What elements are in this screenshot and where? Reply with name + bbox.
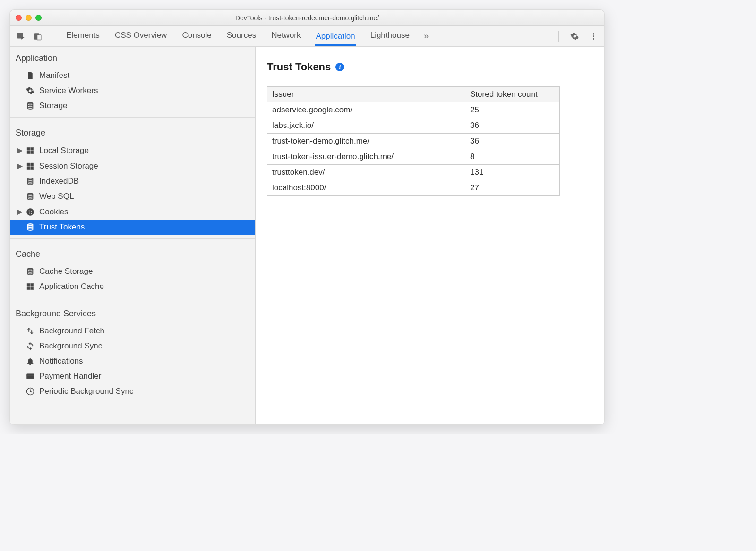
cell-count: 36 — [465, 118, 560, 134]
db-icon — [26, 177, 34, 186]
cell-count: 131 — [465, 165, 560, 180]
db-icon — [26, 223, 34, 231]
sidebar-item-label: Application Cache — [39, 282, 104, 291]
db-icon — [26, 192, 34, 201]
table-row[interactable]: trust-token-demo.glitch.me/36 — [267, 134, 560, 149]
cell-issuer: adservice.google.com/ — [267, 102, 465, 118]
sidebar-item-session-storage[interactable]: ▶Session Storage — [10, 158, 255, 174]
cell-count: 36 — [465, 134, 560, 149]
expand-arrow-icon[interactable]: ▶ — [17, 145, 22, 155]
cell-issuer: localhost:8000/ — [267, 180, 465, 196]
sidebar-item-payment-handler[interactable]: Payment Handler — [10, 369, 255, 384]
sidebar-item-service-workers[interactable]: Service Workers — [10, 83, 255, 98]
expand-arrow-icon[interactable]: ▶ — [17, 161, 22, 171]
sidebar-item-indexeddb[interactable]: IndexedDB — [10, 174, 255, 189]
panel-title: Trust Tokens — [267, 61, 331, 73]
cell-issuer: trust-token-demo.glitch.me/ — [267, 134, 465, 149]
settings-icon[interactable] — [568, 30, 581, 42]
tab-elements[interactable]: Elements — [65, 26, 101, 46]
main-panel: Trust Tokens i Issuer Stored token count… — [256, 47, 604, 424]
sidebar-item-label: Background Sync — [39, 341, 102, 351]
sidebar-section-header: Storage — [10, 121, 255, 143]
sidebar-item-trust-tokens[interactable]: Trust Tokens — [10, 220, 255, 235]
sidebar-item-notifications[interactable]: Notifications — [10, 354, 255, 369]
sidebar-item-label: Periodic Background Sync — [39, 387, 133, 396]
db-icon — [26, 267, 34, 276]
expand-arrow-icon[interactable]: ▶ — [17, 207, 22, 217]
table-row[interactable]: adservice.google.com/25 — [267, 102, 560, 118]
cell-issuer: labs.jxck.io/ — [267, 118, 465, 134]
toolbar-divider — [52, 31, 52, 42]
column-header-issuer[interactable]: Issuer — [267, 87, 465, 102]
svg-point-4 — [593, 35, 594, 37]
device-toggle-icon[interactable] — [32, 30, 44, 42]
sidebar-section-header: Background Services — [10, 302, 255, 323]
window-title: DevTools - trust-token-redeemer-demo.gli… — [10, 14, 604, 22]
file-icon — [26, 71, 34, 80]
sidebar-item-label: Storage — [39, 101, 68, 110]
gear-icon — [26, 86, 34, 95]
tab-css-overview[interactable]: CSS Overview — [114, 26, 168, 46]
sidebar-item-cache-storage[interactable]: Cache Storage — [10, 264, 255, 279]
sidebar-item-label: Session Storage — [39, 161, 98, 171]
sidebar-item-local-storage[interactable]: ▶Local Storage — [10, 143, 255, 158]
tab-application[interactable]: Application — [315, 27, 356, 46]
more-options-icon[interactable] — [587, 30, 600, 42]
sidebar-item-label: Notifications — [39, 356, 83, 366]
sidebar-item-label: Cookies — [39, 207, 68, 217]
sidebar-item-label: Background Fetch — [39, 326, 104, 336]
panel-heading: Trust Tokens i — [267, 61, 593, 73]
db-icon — [26, 102, 34, 110]
clock-icon — [26, 387, 34, 396]
devtools-window: DevTools - trust-token-redeemer-demo.gli… — [9, 9, 605, 425]
cell-issuer: trust-token-issuer-demo.glitch.me/ — [267, 149, 465, 165]
cell-issuer: trusttoken.dev/ — [267, 165, 465, 180]
sidebar-item-label: Trust Tokens — [39, 222, 85, 232]
svg-point-5 — [593, 38, 594, 39]
sidebar-item-web-sql[interactable]: Web SQL — [10, 189, 255, 204]
tab-lighthouse[interactable]: Lighthouse — [369, 26, 411, 46]
table-row[interactable]: trusttoken.dev/131 — [267, 165, 560, 180]
updown-icon — [26, 327, 34, 335]
titlebar: DevTools - trust-token-redeemer-demo.gli… — [10, 10, 604, 26]
sidebar-section-header: Cache — [10, 243, 255, 264]
sidebar-item-label: Service Workers — [39, 86, 98, 95]
svg-rect-2 — [37, 35, 41, 40]
bell-icon — [26, 357, 34, 365]
cell-count: 25 — [465, 102, 560, 118]
sidebar-item-label: Payment Handler — [39, 372, 101, 381]
grid-icon — [26, 282, 34, 291]
sidebar-item-cookies[interactable]: ▶Cookies — [10, 204, 255, 220]
sidebar-item-background-sync[interactable]: Background Sync — [10, 339, 255, 354]
sidebar-item-label: Local Storage — [39, 146, 89, 155]
tab-network[interactable]: Network — [270, 26, 301, 46]
tab-sources[interactable]: Sources — [226, 26, 257, 46]
sidebar-item-label: Manifest — [39, 71, 69, 80]
table-row[interactable]: localhost:8000/27 — [267, 180, 560, 196]
grid-icon — [26, 146, 34, 155]
more-tabs-icon[interactable]: » — [424, 31, 429, 41]
svg-point-3 — [593, 33, 594, 34]
sidebar-item-label: IndexedDB — [39, 177, 79, 186]
tab-console[interactable]: Console — [181, 26, 212, 46]
sidebar-item-label: Web SQL — [39, 192, 74, 201]
sidebar-section-header: Application — [10, 47, 255, 68]
card-icon — [26, 372, 34, 381]
toolbar-divider — [558, 31, 559, 42]
inspect-element-icon[interactable] — [15, 30, 27, 42]
sidebar-item-manifest[interactable]: Manifest — [10, 68, 255, 83]
cell-count: 27 — [465, 180, 560, 196]
sidebar-item-background-fetch[interactable]: Background Fetch — [10, 323, 255, 339]
table-row[interactable]: labs.jxck.io/36 — [267, 118, 560, 134]
devtools-tabs: Elements CSS Overview Console Sources Ne… — [65, 26, 551, 46]
column-header-count[interactable]: Stored token count — [465, 87, 560, 102]
sidebar-item-storage[interactable]: Storage — [10, 98, 255, 113]
table-row[interactable]: trust-token-issuer-demo.glitch.me/8 — [267, 149, 560, 165]
trust-tokens-table: Issuer Stored token count adservice.goog… — [267, 86, 560, 196]
application-sidebar: ApplicationManifestService WorkersStorag… — [10, 47, 256, 424]
grid-icon — [26, 162, 34, 170]
sidebar-item-periodic-background-sync[interactable]: Periodic Background Sync — [10, 384, 255, 399]
sidebar-item-label: Cache Storage — [39, 267, 93, 276]
info-icon[interactable]: i — [335, 63, 344, 71]
sidebar-item-application-cache[interactable]: Application Cache — [10, 279, 255, 294]
